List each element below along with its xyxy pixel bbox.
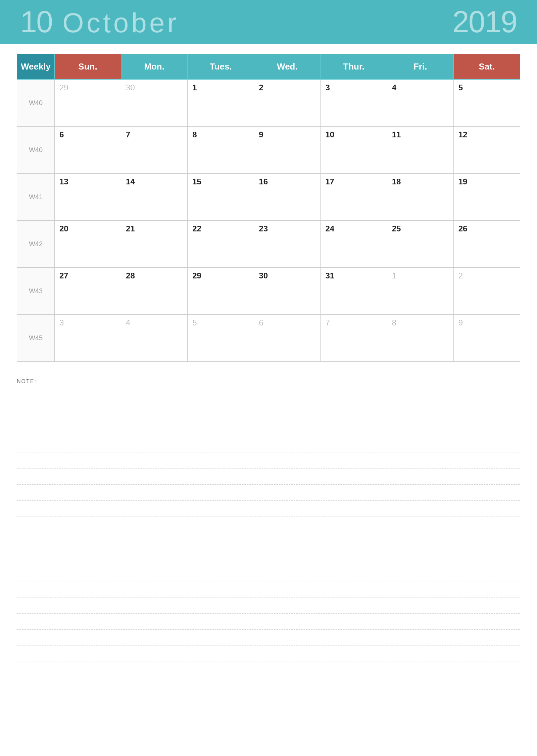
day-cell[interactable]: 31: [321, 268, 387, 315]
day-cell[interactable]: 8: [188, 127, 254, 174]
day-cell[interactable]: 9: [453, 315, 520, 362]
day-number: 12: [458, 130, 515, 139]
note-line[interactable]: [17, 501, 520, 517]
day-number: 8: [392, 318, 449, 327]
col-sun: Sun.: [54, 54, 121, 80]
day-cell[interactable]: 8: [387, 315, 453, 362]
weekly-label: W43: [17, 268, 55, 315]
note-line[interactable]: [17, 533, 520, 549]
day-cell[interactable]: 4: [121, 315, 188, 362]
day-cell[interactable]: 27: [54, 268, 121, 315]
day-cell[interactable]: 10: [321, 127, 387, 174]
day-cell[interactable]: 6: [254, 315, 321, 362]
day-number: 7: [126, 130, 183, 139]
day-number: 4: [126, 318, 183, 327]
day-cell[interactable]: 22: [188, 221, 254, 268]
note-line[interactable]: [17, 630, 520, 646]
note-line[interactable]: [17, 404, 520, 420]
day-number: 2: [259, 83, 315, 92]
calendar-wrapper: Weekly Sun. Mon. Tues. Wed. Thur.: [0, 44, 537, 368]
col-tues: Tues.: [188, 54, 254, 80]
day-cell[interactable]: 7: [321, 315, 387, 362]
day-cell[interactable]: 11: [387, 127, 453, 174]
note-line[interactable]: [17, 517, 520, 533]
day-number: 17: [325, 177, 382, 186]
note-line[interactable]: [17, 581, 520, 597]
day-cell[interactable]: 16: [254, 174, 321, 221]
day-number: 5: [458, 83, 515, 92]
day-cell[interactable]: 29: [54, 80, 121, 127]
day-number: 3: [59, 318, 116, 327]
day-number: 31: [325, 271, 382, 280]
day-cell[interactable]: 1: [387, 268, 453, 315]
day-cell[interactable]: 29: [188, 268, 254, 315]
note-section: NOTE:: [0, 368, 537, 717]
day-cell[interactable]: 2: [453, 268, 520, 315]
day-cell[interactable]: 20: [54, 221, 121, 268]
weekly-label: W42: [17, 221, 55, 268]
day-number: 1: [192, 83, 249, 92]
day-cell[interactable]: 5: [453, 80, 520, 127]
note-line[interactable]: [17, 436, 520, 452]
day-number: 2: [458, 271, 515, 280]
day-cell[interactable]: 2: [254, 80, 321, 127]
day-cell[interactable]: 4: [387, 80, 453, 127]
note-line[interactable]: [17, 614, 520, 630]
note-label: NOTE:: [17, 379, 37, 384]
day-cell[interactable]: 26: [453, 221, 520, 268]
day-cell[interactable]: 28: [121, 268, 188, 315]
col-thur: Thur.: [321, 54, 387, 80]
note-line[interactable]: [17, 549, 520, 565]
week-row: W406789101112: [17, 127, 520, 174]
day-cell[interactable]: 23: [254, 221, 321, 268]
day-cell[interactable]: 13: [54, 174, 121, 221]
note-line[interactable]: [17, 469, 520, 485]
day-cell[interactable]: 24: [321, 221, 387, 268]
day-number: 27: [59, 271, 116, 280]
month-number: 10: [20, 7, 52, 37]
day-cell[interactable]: 25: [387, 221, 453, 268]
day-cell[interactable]: 5: [188, 315, 254, 362]
col-mon: Mon.: [121, 54, 188, 80]
day-cell[interactable]: 30: [254, 268, 321, 315]
note-line[interactable]: [17, 597, 520, 614]
day-cell[interactable]: 15: [188, 174, 254, 221]
day-number: 22: [192, 224, 249, 233]
note-line[interactable]: [17, 678, 520, 694]
day-cell[interactable]: 1: [188, 80, 254, 127]
day-number: 28: [126, 271, 183, 280]
note-line[interactable]: [17, 646, 520, 662]
day-number: 14: [126, 177, 183, 186]
note-line[interactable]: [17, 452, 520, 469]
day-cell[interactable]: 6: [54, 127, 121, 174]
day-cell[interactable]: 3: [54, 315, 121, 362]
week-row: W4113141516171819: [17, 174, 520, 221]
calendar-table: Weekly Sun. Mon. Tues. Wed. Thur.: [17, 54, 520, 362]
day-cell[interactable]: 19: [453, 174, 520, 221]
note-line[interactable]: [17, 420, 520, 436]
day-number: 11: [392, 130, 449, 139]
day-cell[interactable]: 21: [121, 221, 188, 268]
weekly-label: W40: [17, 127, 55, 174]
col-fri: Fri.: [387, 54, 453, 80]
day-number: 8: [192, 130, 249, 139]
day-number: 20: [59, 224, 116, 233]
day-cell[interactable]: 17: [321, 174, 387, 221]
note-line[interactable]: [17, 662, 520, 678]
day-cell[interactable]: 18: [387, 174, 453, 221]
day-number: 21: [126, 224, 183, 233]
day-number: 5: [192, 318, 249, 327]
day-number: 4: [392, 83, 449, 92]
note-line[interactable]: [17, 388, 520, 404]
day-cell[interactable]: 14: [121, 174, 188, 221]
day-cell[interactable]: 9: [254, 127, 321, 174]
day-cell[interactable]: 12: [453, 127, 520, 174]
column-header-row: Weekly Sun. Mon. Tues. Wed. Thur.: [17, 54, 520, 80]
note-line[interactable]: [17, 565, 520, 581]
day-number: 13: [59, 177, 116, 186]
day-cell[interactable]: 7: [121, 127, 188, 174]
day-cell[interactable]: 30: [121, 80, 188, 127]
day-cell[interactable]: 3: [321, 80, 387, 127]
note-line[interactable]: [17, 485, 520, 501]
note-line[interactable]: [17, 694, 520, 710]
